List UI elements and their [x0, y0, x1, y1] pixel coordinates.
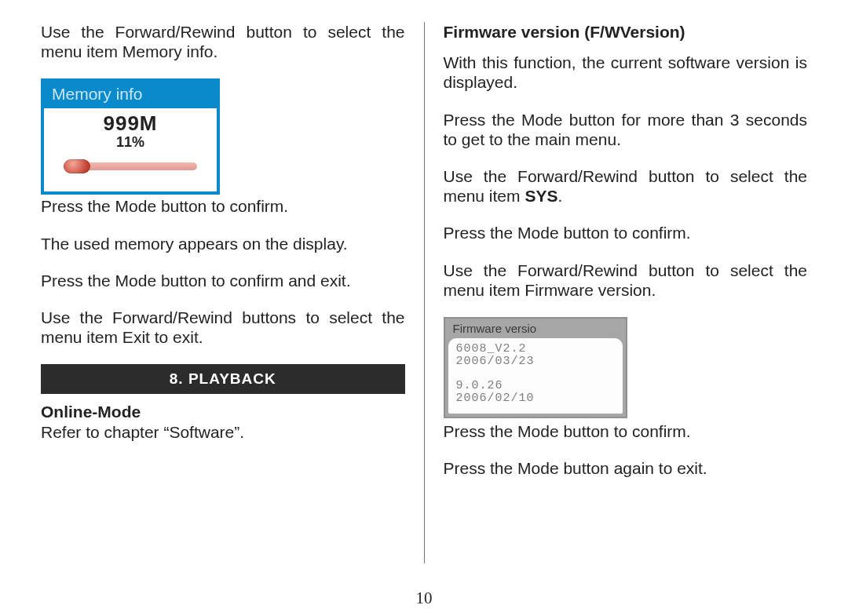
body-text: With this function, the current software…	[444, 53, 808, 92]
body-text: Press the Mode button to confirm and exi…	[41, 271, 405, 290]
memory-percent-value: 11%	[44, 134, 217, 151]
section-heading-playback: 8. PLAYBACK	[41, 364, 405, 394]
body-text-span: Use the Forward/Rewind button to select …	[444, 167, 808, 205]
body-text: Use the Forward/Rewind buttons to select…	[41, 308, 405, 347]
firmware-line: 2006/02/10	[456, 392, 615, 406]
memory-slider	[64, 157, 197, 174]
body-text: Press the Mode button to confirm.	[41, 196, 405, 216]
firmware-version-screenshot: Firmware versio 6008_V2.2 2006/03/23 9.0…	[444, 317, 627, 418]
spacer	[456, 369, 615, 380]
firmware-line: 9.0.26	[456, 380, 615, 393]
left-column: Use the Forward/Rewind button to select …	[41, 22, 424, 563]
body-text: Refer to chapter “Software”.	[41, 422, 405, 442]
body-text: Press the Mode button to confirm.	[444, 421, 808, 441]
page-number: 10	[0, 589, 848, 608]
body-text: Use the Forward/Rewind button to select …	[444, 261, 808, 300]
firmware-line: 2006/03/23	[456, 355, 615, 369]
firmware-screenshot-title: Firmware versio	[445, 319, 626, 338]
right-column: Firmware version (F/WVersion) With this …	[425, 22, 808, 563]
body-text: Use the Forward/Rewind button to select …	[41, 22, 405, 61]
body-text-span: .	[557, 187, 562, 205]
memory-info-titlebar: Memory info	[44, 82, 217, 108]
memory-slider-handle	[64, 159, 90, 173]
body-text: Use the Forward/Rewind button to select …	[444, 166, 808, 206]
subheading-online-mode: Online-Mode	[41, 402, 405, 421]
memory-info-screenshot: Memory info 999M 11%	[41, 78, 220, 195]
manual-page: Use the Forward/Rewind button to select …	[0, 0, 848, 616]
subheading-firmware-version: Firmware version (F/WVersion)	[444, 22, 808, 42]
body-text: Press the Mode button for more than 3 se…	[444, 110, 808, 149]
memory-info-body: 999M 11%	[44, 108, 217, 191]
online-mode-block: Online-Mode Refer to chapter “Software”.	[41, 402, 405, 441]
two-column-layout: Use the Forward/Rewind button to select …	[41, 22, 807, 563]
firmware-info-panel: 6008_V2.2 2006/03/23 9.0.26 2006/02/10	[448, 338, 623, 414]
body-text: The used memory appears on the display.	[41, 234, 405, 253]
bold-term-sys: SYS	[525, 187, 557, 205]
firmware-line: 6008_V2.2	[456, 343, 615, 356]
body-text: Press the Mode button to confirm.	[444, 223, 808, 242]
body-text: Press the Mode button again to exit.	[444, 458, 808, 478]
memory-size-value: 999M	[44, 111, 217, 136]
